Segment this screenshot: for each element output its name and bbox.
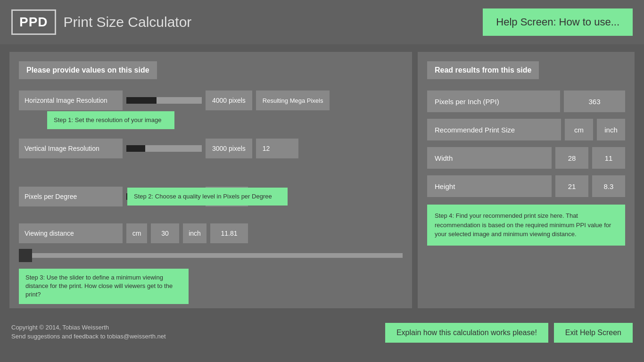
height-cm-value: 21 (555, 175, 588, 197)
horizontal-resolution-label: Horizontal Image Resolution (19, 90, 123, 110)
footer-info: Copyright © 2014, Tobias Weisserth Send … (11, 324, 166, 342)
header-left: PPD Print Size Calculator (11, 9, 191, 35)
viewing-distance-slider-thumb[interactable] (19, 249, 32, 262)
viewing-distance-cm-value: 30 (151, 223, 179, 243)
viewing-distance-inch-value: 11.81 (210, 223, 248, 243)
width-row: Width 28 11 (427, 147, 625, 169)
height-label: Height (427, 175, 552, 197)
app-title: Print Size Calculator (64, 14, 192, 30)
vertical-resolution-label: Vertical Image Resolution (19, 139, 123, 158)
copyright-text: Copyright © 2014, Tobias Weisserth (11, 324, 166, 331)
ppd-label: Pixels per Degree (19, 187, 123, 206)
tooltip-step1: Step 1: Set the resolution of your image (47, 111, 174, 129)
viewing-distance-slider-row (19, 249, 403, 262)
print-size-inch-unit: inch (597, 119, 625, 140)
header: PPD Print Size Calculator Help Screen: H… (0, 0, 644, 44)
print-size-cm-unit: cm (565, 119, 593, 140)
tooltip-step2: Step 2: Choose a quality level in Pixels… (127, 188, 288, 206)
viewing-distance-cm-unit: cm (126, 223, 147, 243)
height-inch-value: 8.3 (592, 175, 625, 197)
viewing-distance-slider-track[interactable] (32, 253, 403, 258)
print-size-header-row: Recommended Print Size cm inch (427, 119, 625, 140)
vertical-resolution-row: Vertical Image Resolution 3000 pixels 12… (19, 139, 403, 158)
megapixels-button[interactable]: Resulting Mega Pixels (256, 90, 330, 110)
ppi-row: Pixels per Inch (PPI) 363 (427, 90, 625, 112)
main-content: Please provide values on this side Horiz… (0, 44, 644, 316)
viewing-distance-label: Viewing distance (19, 223, 123, 243)
ppi-value: 363 (564, 90, 625, 112)
viewing-distance-inch-unit: inch (183, 223, 206, 243)
height-row: Height 21 8.3 (427, 175, 625, 197)
viewing-distance-row: Viewing distance cm 30 inch 11.81 (19, 223, 403, 243)
print-size-label: Recommended Print Size (427, 119, 561, 140)
footer-buttons: Explain how this calculation works pleas… (385, 323, 633, 343)
ppd-logo: PPD (11, 9, 56, 35)
left-panel: Please provide values on this side Horiz… (9, 52, 412, 308)
horizontal-resolution-value: 4000 pixels (206, 90, 252, 110)
explain-button[interactable]: Explain how this calculation works pleas… (385, 323, 548, 343)
feedback-text: Send suggestions and feedback to tobias@… (11, 333, 166, 340)
width-cm-value: 28 (555, 147, 588, 169)
right-panel-header: Read results from this side (427, 61, 539, 79)
right-panel: Read results from this side Pixels per I… (418, 52, 635, 308)
ppi-label: Pixels per Inch (PPI) (427, 90, 560, 112)
horizontal-resolution-row: Horizontal Image Resolution 4000 pixels … (19, 90, 403, 110)
footer: Copyright © 2014, Tobias Weisserth Send … (0, 316, 644, 350)
tooltip-step4: Step 4: Find your recommended print size… (427, 205, 625, 246)
vertical-resolution-extra: 12 (256, 139, 298, 158)
vertical-resolution-value: 3000 pixels (206, 139, 252, 158)
width-label: Width (427, 147, 552, 169)
vertical-resolution-slider[interactable] (126, 145, 202, 152)
horizontal-resolution-slider-container (126, 97, 202, 104)
vertical-resolution-slider-container (126, 145, 202, 152)
exit-help-button[interactable]: Exit Help Screen (554, 323, 633, 343)
horizontal-resolution-slider[interactable] (126, 97, 202, 104)
width-inch-value: 11 (592, 147, 625, 169)
tooltip-step3: Step 3: Use the slider to define a minim… (19, 269, 189, 304)
left-panel-header: Please provide values on this side (19, 61, 157, 79)
help-screen-button[interactable]: Help Screen: How to use... (483, 8, 633, 36)
